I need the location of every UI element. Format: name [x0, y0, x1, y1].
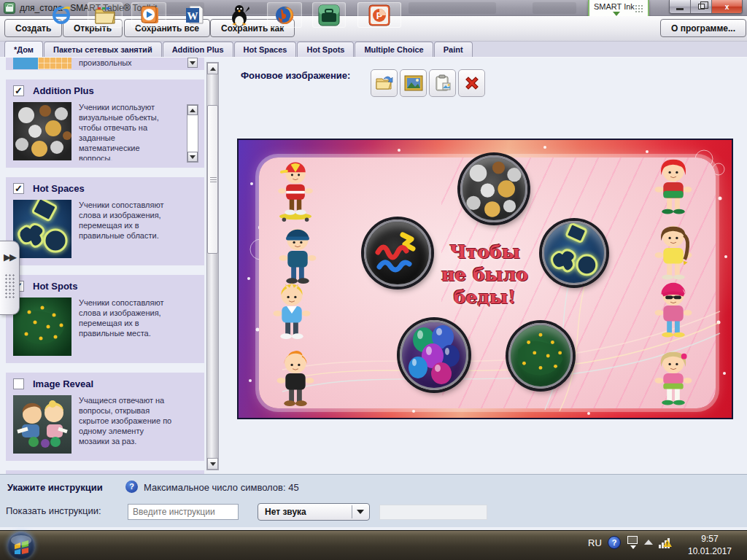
list-item-hot-spots[interactable]: ✓ Hot Spots Ученики сопоставляют слова и… — [6, 275, 204, 363]
item-description: Ученики сопоставляют слова и изображения… — [79, 200, 172, 258]
taskbar-smart-toolkit[interactable] — [312, 2, 346, 28]
list-item-partial[interactable]: произвольных математических — [6, 58, 204, 70]
hot-spots-circle — [508, 323, 573, 389]
scroll-thumb[interactable] — [207, 105, 218, 254]
sound-select[interactable]: Нет звука — [258, 503, 370, 521]
sound-select-value: Нет звука — [265, 507, 306, 517]
taskbar-powerpoint[interactable]: P — [357, 2, 401, 28]
open-folder-icon — [375, 74, 394, 92]
taskbar-tux-app[interactable] — [223, 2, 255, 28]
scroll-down-button[interactable] — [187, 58, 198, 68]
minimize-icon — [676, 8, 684, 10]
restore-icon — [698, 4, 705, 9]
taskbar-firefox[interactable] — [267, 2, 302, 28]
language-indicator[interactable]: RU — [588, 537, 602, 548]
taskbar-media-player[interactable] — [131, 2, 166, 28]
close-button[interactable]: x — [712, 0, 742, 13]
word-icon: W — [185, 4, 206, 26]
addition-thumbnail — [13, 58, 71, 69]
image-reveal-thumbnail — [13, 395, 71, 454]
open-image-button[interactable] — [371, 69, 398, 97]
tray-help-icon[interactable]: ? — [608, 536, 621, 549]
scroll-down-button[interactable] — [187, 152, 198, 162]
start-button[interactable] — [7, 532, 35, 559]
network-warning-icon — [663, 540, 672, 547]
coins-circle — [460, 155, 527, 222]
tab-hot-spaces[interactable]: Hot Spaces — [234, 42, 297, 57]
app-window: для_стола - SMART Table® Toolkit SMART I… — [0, 0, 747, 560]
minimize-button[interactable] — [670, 0, 691, 13]
clock[interactable]: 9:57 10.01.2017 — [678, 533, 741, 558]
picture-icon — [404, 74, 423, 92]
tray-window-icon[interactable] — [627, 536, 638, 544]
paste-image-button[interactable] — [429, 69, 456, 97]
scroll-up-button[interactable] — [187, 105, 198, 115]
taskbar-internet-explorer[interactable] — [45, 2, 77, 28]
sidebar-scrollbar[interactable] — [206, 62, 219, 470]
smart-ink-side-handle[interactable]: ▶▶ — [0, 241, 20, 315]
list-item-addition-plus[interactable]: ✓ Addition Plus Ученики используют визу — [6, 79, 204, 168]
hot-spaces-thumbnail — [13, 200, 71, 258]
windows-logo-icon — [7, 532, 35, 559]
scroll-up-button[interactable] — [207, 63, 218, 74]
kid-boy-red-cap — [274, 158, 317, 222]
tray-date: 10.01.2017 — [678, 545, 741, 558]
svg-text:W: W — [187, 10, 198, 22]
instructions-panel: Укажите инструкции ? Максимальное число … — [0, 474, 747, 527]
tab-hot-spots[interactable]: Hot Spots — [297, 42, 354, 57]
balloons-circle — [400, 320, 468, 390]
grip-dots-icon — [4, 273, 15, 300]
taskbar-word[interactable]: W — [179, 2, 212, 28]
app-icon — [4, 2, 15, 14]
hot-spaces-checkbox[interactable]: ✓ — [13, 183, 24, 194]
background-preview-image: Чтобы не было беды! — [237, 139, 733, 419]
disabled-field — [379, 505, 487, 520]
list-item-image-reveal[interactable]: Image Reveal Учащие — [6, 373, 204, 461]
image-reveal-checkbox[interactable] — [13, 378, 24, 389]
chevron-down-icon[interactable] — [352, 505, 368, 518]
item-description: Ученики используют визуальные объекты, ч… — [79, 102, 172, 160]
tab-addition-plus[interactable]: Addition Plus — [163, 42, 233, 57]
restore-button[interactable] — [691, 0, 712, 13]
item-title: Addition Plus — [33, 85, 94, 96]
about-button[interactable]: О программе... — [660, 19, 746, 37]
kid-girl-braid — [652, 219, 694, 284]
help-icon[interactable]: ? — [125, 481, 138, 493]
partial-text: математических — [79, 68, 172, 69]
drag-grip-icon[interactable] — [635, 4, 644, 14]
window-controls: x — [669, 0, 743, 14]
addition-plus-checkbox[interactable]: ✓ — [13, 85, 24, 96]
kid-girl-pink-cap-sunglasses — [652, 277, 694, 341]
instructions-heading: Укажите инструкции — [7, 482, 103, 493]
kid-girl-red-hair — [652, 154, 694, 218]
tab-network-packages[interactable]: Пакеты сетевых занятий — [44, 42, 162, 57]
description-scrollbar[interactable] — [187, 104, 198, 163]
firefox-icon — [274, 4, 295, 26]
network-status-icon[interactable] — [659, 537, 672, 548]
ghost-artifact — [409, 2, 496, 14]
grip-icon — [210, 177, 217, 184]
scroll-down-button[interactable] — [207, 458, 218, 470]
max-chars-label: Максимальное число символов: 45 — [144, 482, 299, 493]
expand-arrows-icon: ▶▶ — [4, 252, 15, 262]
tab-multiple-choice[interactable]: Multiple Choice — [355, 42, 433, 57]
tab-paint[interactable]: Paint — [434, 42, 473, 57]
hot-spots-thumbnail — [13, 298, 71, 356]
list-item-hot-spaces[interactable]: ✓ Hot Spaces Ученики сопоставляют — [6, 177, 204, 265]
activity-list: произвольных математических ✓ Addition P… — [6, 58, 204, 474]
powerpoint-icon: P — [368, 4, 391, 27]
show-instructions-label: Показать инструкции: — [6, 505, 101, 516]
delete-x-icon — [463, 74, 481, 92]
close-icon: x — [725, 3, 729, 11]
ghost-artifact — [533, 2, 576, 14]
partial-text: произвольных — [79, 58, 172, 68]
folder-icon — [94, 6, 116, 25]
taskbar-explorer[interactable] — [88, 2, 123, 28]
remove-image-button[interactable] — [458, 69, 485, 97]
gallery-image-button[interactable] — [400, 69, 427, 97]
item-description: Учащиеся отвечают на вопросы, открывая с… — [79, 395, 172, 454]
coins-thumbnail — [13, 102, 71, 160]
tab-home[interactable]: *Дом — [4, 41, 43, 57]
instructions-input[interactable] — [128, 504, 239, 520]
show-hidden-icons-button[interactable] — [644, 540, 653, 545]
